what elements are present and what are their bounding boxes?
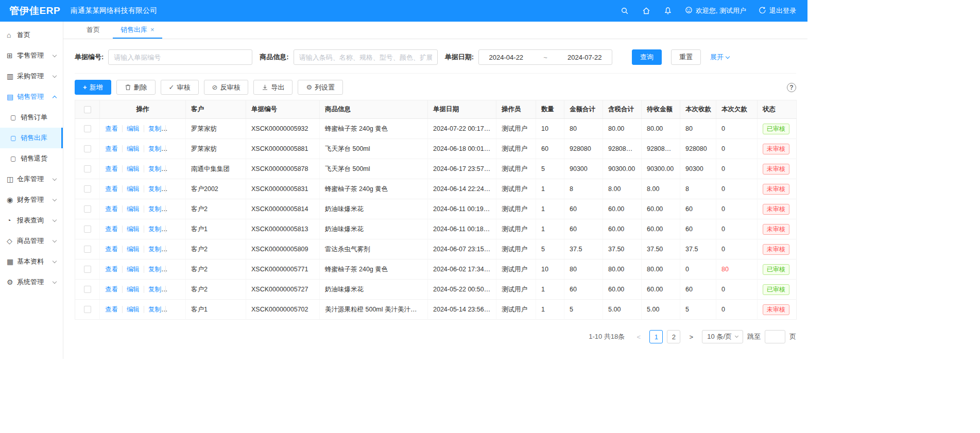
copy-link[interactable]: 复制 [144,266,161,273]
tab-close-icon[interactable]: × [150,26,154,33]
prev-page-button[interactable]: < [632,330,645,343]
row-checkbox[interactable] [84,286,91,293]
column-settings-button[interactable]: ⚙ 列设置 [298,80,343,95]
edit-link[interactable]: 编辑 [122,205,140,213]
delete-link[interactable]: 删除 [165,306,183,313]
row-checkbox[interactable] [84,185,91,193]
unaudit-button[interactable]: ⊘ 反审核 [204,80,249,95]
view-link[interactable]: 查看 [105,226,118,233]
sidebar-menu-item[interactable]: ⊞ 零售管理 [0,45,63,66]
copy-link[interactable]: 复制 [144,185,161,193]
row-checkbox[interactable] [84,125,91,132]
date-end-value[interactable]: 2024-07-22 [568,54,602,61]
view-link[interactable]: 查看 [105,286,118,293]
product-info-input[interactable] [294,49,438,65]
sidebar-menu-item[interactable]: ⚙ 系统管理 [0,272,63,292]
row-checkbox[interactable] [84,226,91,233]
welcome-user[interactable]: 欢迎您, 测试用户 [685,6,746,15]
search-icon[interactable] [620,6,629,15]
date-range-picker[interactable]: 2024-04-22 ~ 2024-07-22 [478,49,612,65]
edit-link[interactable]: 编辑 [122,226,140,233]
copy-link[interactable]: 复制 [144,165,161,172]
bill-no-input[interactable] [108,49,252,65]
delete-link[interactable]: 删除 [165,246,183,253]
sidebar-menu-item[interactable]: ▢ 销售订单 [0,107,63,128]
page-tab[interactable]: 销售出库 × [113,22,162,39]
view-link[interactable]: 查看 [105,246,118,253]
date-cell: 2024-07-22 00:17:22 [428,119,496,139]
copy-link[interactable]: 复制 [144,145,161,152]
delete-link[interactable]: 删除 [165,205,183,213]
reset-button[interactable]: 重置 [671,49,701,65]
edit-link[interactable]: 编辑 [122,266,140,273]
logout-button[interactable]: 退出登录 [759,6,796,15]
sidebar-menu-item[interactable]: ▤ 销售管理 [0,86,63,107]
sidebar-menu-item[interactable]: ▦ 基本资料 [0,251,63,272]
delete-link[interactable]: 删除 [165,145,183,152]
sidebar-menu-item[interactable]: ◫ 仓库管理 [0,169,63,189]
sidebar-menu-item[interactable]: ◇ 商品管理 [0,231,63,251]
next-page-button[interactable]: > [684,330,698,343]
sidebar-menu-item[interactable]: ▥ 采购管理 [0,66,63,86]
view-link[interactable]: 查看 [105,185,118,193]
page-number-button[interactable]: 2 [667,330,680,343]
edit-link[interactable]: 编辑 [122,145,140,152]
view-link[interactable]: 查看 [105,165,118,172]
date-start-value[interactable]: 2024-04-22 [489,54,524,61]
expand-link[interactable]: 展开 [710,53,729,62]
jump-page-input[interactable] [765,330,785,343]
edit-link[interactable]: 编辑 [122,246,140,253]
search-button[interactable]: 查询 [632,49,662,65]
page-size-select[interactable]: 10 条/页 [702,330,743,343]
copy-link[interactable]: 复制 [144,226,161,233]
view-link[interactable]: 查看 [105,306,118,313]
sidebar-menu-item[interactable]: ◉ 财务管理 [0,189,63,210]
copy-link[interactable]: 复制 [144,246,161,253]
copy-link[interactable]: 复制 [144,125,161,132]
view-link[interactable]: 查看 [105,125,118,132]
delete-link[interactable]: 删除 [165,185,183,193]
page-number-button[interactable]: 1 [649,330,663,343]
row-checkbox[interactable] [84,266,91,273]
audit-button[interactable]: ✓ 审核 [161,80,199,95]
delete-link[interactable]: 删除 [165,165,183,172]
row-checkbox[interactable] [84,246,91,253]
edit-link[interactable]: 编辑 [122,125,140,132]
add-button[interactable]: + 新增 [75,80,111,95]
row-checkbox[interactable] [84,145,91,152]
bill-no-label: 单据编号: [75,53,104,62]
home-icon[interactable] [642,6,651,15]
welcome-text: 欢迎您, 测试用户 [696,6,746,15]
sidebar-menu-item[interactable]: ◔ 报表查询 [0,210,63,231]
sidebar-menu-item[interactable]: ▢ 销售退货 [0,148,63,169]
received-cell: 60 [680,199,716,219]
sidebar-menu-item[interactable]: ⌂ 首页 [0,25,63,45]
edit-link[interactable]: 编辑 [122,306,140,313]
delete-link[interactable]: 删除 [165,286,183,293]
row-checkbox[interactable] [84,205,91,213]
copy-link[interactable]: 复制 [144,205,161,213]
delete-link[interactable]: 删除 [165,226,183,233]
delete-link[interactable]: 删除 [165,266,183,273]
view-link[interactable]: 查看 [105,266,118,273]
copy-link[interactable]: 复制 [144,306,161,313]
edit-link[interactable]: 编辑 [122,185,140,193]
view-link[interactable]: 查看 [105,145,118,152]
delete-button[interactable]: 删除 [116,80,156,95]
sidebar-menu-item[interactable]: ▢ 销售出库 [0,128,63,148]
edit-link[interactable]: 编辑 [122,286,140,293]
edit-link[interactable]: 编辑 [122,165,140,172]
bell-icon[interactable] [663,6,673,15]
select-all-checkbox[interactable] [84,106,91,113]
row-checkbox[interactable] [84,306,91,313]
date-separator: ~ [543,54,547,61]
copy-link[interactable]: 复制 [144,286,161,293]
operator-cell: 测试用户 [496,139,536,159]
main-area: 首页 销售出库 × 单据编号: [63,22,807,359]
view-link[interactable]: 查看 [105,205,118,213]
delete-link[interactable]: 删除 [165,125,183,132]
help-icon[interactable]: ? [787,83,796,92]
export-button[interactable]: 导出 [253,80,293,95]
row-checkbox[interactable] [84,165,91,172]
page-tab[interactable]: 首页 [79,22,111,39]
